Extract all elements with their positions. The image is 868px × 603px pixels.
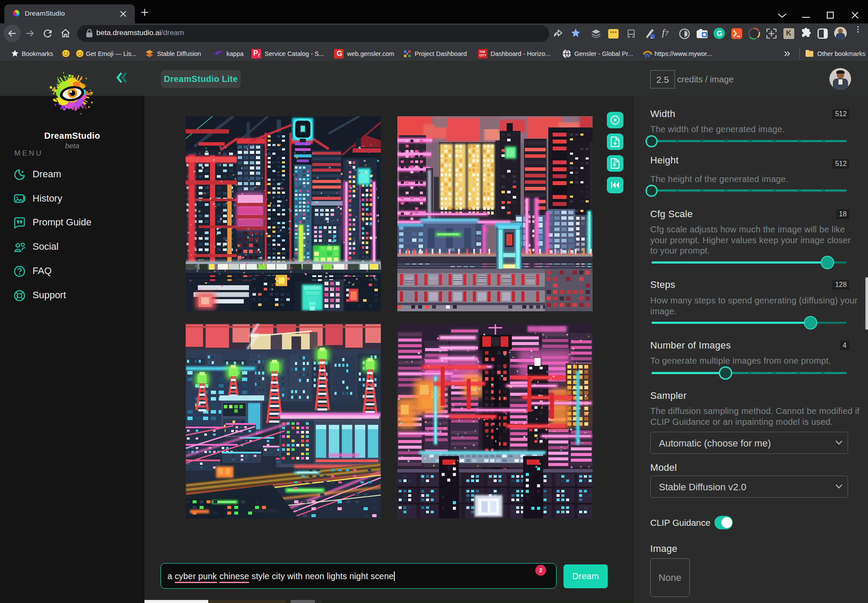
svg-text:W: W xyxy=(645,52,651,59)
svg-text:$: $ xyxy=(16,294,19,298)
